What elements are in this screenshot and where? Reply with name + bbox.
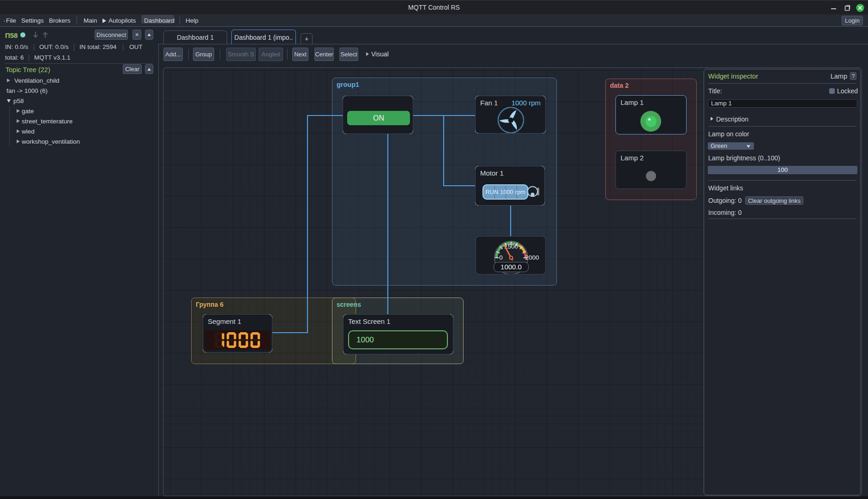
- svg-text:0: 0: [499, 254, 503, 261]
- svg-text:2000: 2000: [525, 254, 539, 261]
